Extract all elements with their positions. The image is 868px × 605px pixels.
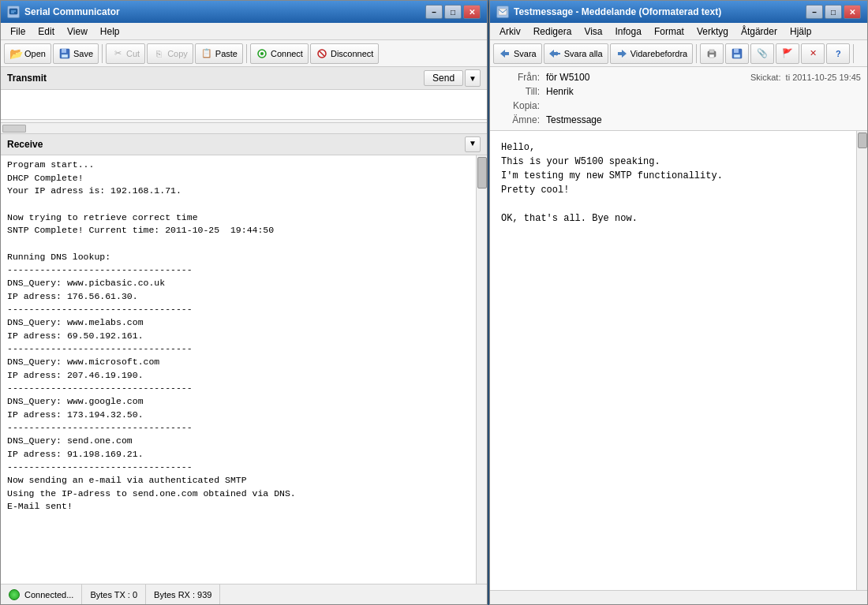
email-menu-infoga[interactable]: Infoga bbox=[609, 24, 648, 39]
send-btn-container: Send ▼ bbox=[424, 69, 481, 87]
maximize-button[interactable]: □ bbox=[444, 5, 462, 19]
receive-dropdown-button[interactable]: ▼ bbox=[465, 136, 481, 152]
email-menu-redigera[interactable]: Redigera bbox=[527, 24, 578, 39]
sent-label: Skickat: ti 2011-10-25 19:45 bbox=[750, 73, 861, 82]
subject-label: Ämne: bbox=[496, 114, 540, 125]
attachment-icon: 📎 bbox=[756, 47, 769, 60]
receive-section: Receive ▼ Program start... DHCP Complete… bbox=[1, 134, 487, 584]
transmit-scrollbar-horizontal[interactable] bbox=[1, 122, 487, 133]
open-icon: 📂 bbox=[9, 47, 22, 60]
svg-rect-20 bbox=[734, 54, 740, 58]
menu-edit[interactable]: Edit bbox=[32, 24, 61, 39]
email-scrollbar[interactable] bbox=[856, 131, 867, 590]
email-window: Testmessage - Meddelande (Oformaterad te… bbox=[489, 0, 868, 605]
paste-button[interactable]: 📋 Paste bbox=[195, 43, 243, 64]
help-icon: ? bbox=[832, 47, 844, 60]
svara-alla-button[interactable]: Svara alla bbox=[544, 43, 608, 64]
save-button[interactable]: Save bbox=[53, 43, 99, 64]
email-menu-bar: Arkiv Redigera Visa Infoga Format Verkty… bbox=[490, 23, 867, 40]
title-bar-controls: – □ ✕ bbox=[425, 5, 481, 19]
svg-rect-16 bbox=[709, 50, 714, 53]
transmit-input[interactable] bbox=[1, 90, 487, 120]
disconnect-icon bbox=[316, 47, 328, 60]
to-value: Henrik bbox=[546, 86, 574, 97]
svg-point-7 bbox=[260, 52, 264, 55]
from-label: Från: bbox=[496, 72, 540, 83]
menu-view[interactable]: View bbox=[61, 24, 94, 39]
transmit-section: Transmit Send ▼ bbox=[1, 67, 487, 134]
svg-rect-19 bbox=[734, 49, 739, 53]
svg-rect-5 bbox=[62, 54, 68, 58]
serial-menu-bar: File Edit View Help bbox=[1, 23, 487, 40]
subject-value: Testmessage bbox=[546, 114, 602, 125]
disconnect-button[interactable]: Disconnect bbox=[310, 43, 379, 64]
copy-button[interactable]: ⎘ Copy bbox=[147, 43, 193, 64]
email-toolbar-sep bbox=[696, 44, 697, 63]
status-bar: Connected... Bytes TX : 0 Bytes RX : 939 bbox=[1, 584, 487, 604]
status-bytes-rx: Bytes RX : 939 bbox=[146, 584, 220, 604]
minimize-button[interactable]: – bbox=[425, 5, 443, 19]
svg-rect-10 bbox=[499, 9, 507, 15]
email-menu-visa[interactable]: Visa bbox=[578, 24, 608, 39]
flag-icon: 🚩 bbox=[781, 47, 794, 60]
email-menu-atgarder[interactable]: Åtgärder bbox=[735, 24, 784, 39]
email-menu-arkiv[interactable]: Arkiv bbox=[493, 24, 527, 39]
help-email-button[interactable]: ? bbox=[826, 43, 850, 64]
subject-row: Ämne: Testmessage bbox=[496, 113, 861, 127]
svg-line-9 bbox=[320, 51, 324, 56]
connected-icon bbox=[9, 589, 20, 600]
cut-button[interactable]: ✂ Cut bbox=[106, 43, 145, 64]
save-email-button[interactable] bbox=[725, 43, 749, 64]
svara-button[interactable]: Svara bbox=[493, 43, 542, 64]
transmit-label: Transmit bbox=[7, 73, 47, 84]
paste-icon: 📋 bbox=[200, 47, 213, 60]
toolbar-separator-2 bbox=[246, 44, 247, 63]
receive-header: Receive ▼ bbox=[1, 134, 487, 155]
serial-communicator-window: Serial Communicator – □ ✕ File Edit View… bbox=[0, 0, 488, 605]
attachment-button[interactable]: 📎 bbox=[750, 43, 774, 64]
email-menu-format[interactable]: Format bbox=[648, 24, 690, 39]
svg-rect-17 bbox=[709, 54, 714, 58]
svara-alla-icon bbox=[549, 47, 562, 60]
status-connected: Connected... bbox=[1, 584, 82, 604]
email-toolbar-sep2 bbox=[853, 44, 854, 63]
email-menu-hjalp[interactable]: Hjälp bbox=[784, 24, 817, 39]
serial-title-bar: Serial Communicator – □ ✕ bbox=[1, 1, 487, 23]
email-maximize-button[interactable]: □ bbox=[825, 5, 842, 19]
connect-icon bbox=[256, 47, 268, 60]
save-icon bbox=[58, 47, 71, 60]
print-button[interactable] bbox=[700, 43, 724, 64]
cc-label: Kopia: bbox=[496, 100, 540, 111]
send-button[interactable]: Send bbox=[424, 70, 463, 86]
svara-icon bbox=[499, 47, 511, 60]
serial-window-title: Serial Communicator bbox=[24, 6, 120, 17]
receive-label: Receive bbox=[7, 139, 43, 150]
email-menu-verktyg[interactable]: Verktyg bbox=[690, 24, 735, 39]
svg-marker-14 bbox=[618, 50, 627, 58]
send-dropdown-button[interactable]: ▼ bbox=[465, 69, 481, 87]
connect-button[interactable]: Connect bbox=[250, 43, 309, 64]
email-title-bar: Testmessage - Meddelande (Oformaterad te… bbox=[490, 1, 867, 23]
delete-email-button[interactable]: ✕ bbox=[801, 43, 825, 64]
email-window-title: Testmessage - Meddelande (Oformaterad te… bbox=[514, 6, 721, 17]
open-button[interactable]: 📂 Open bbox=[4, 43, 51, 64]
email-title-left: Testmessage - Meddelande (Oformaterad te… bbox=[496, 6, 721, 18]
email-close-button[interactable]: ✕ bbox=[844, 5, 861, 19]
receive-text: Program start... DHCP Complete! Your IP … bbox=[1, 155, 487, 517]
receive-scrollbar[interactable] bbox=[476, 155, 487, 584]
email-minimize-button[interactable]: – bbox=[806, 5, 823, 19]
menu-help[interactable]: Help bbox=[94, 24, 126, 39]
email-body: Hello, This is your W5100 speaking. I'm … bbox=[490, 131, 867, 590]
to-label: Till: bbox=[496, 86, 540, 97]
receive-content: Program start... DHCP Complete! Your IP … bbox=[1, 155, 487, 584]
email-bottom-bar bbox=[490, 590, 867, 604]
menu-file[interactable]: File bbox=[4, 24, 32, 39]
serial-toolbar: 📂 Open Save ✂ Cut ⎘ Copy 📋 Paste bbox=[1, 40, 487, 67]
transmit-header: Transmit Send ▼ bbox=[1, 67, 487, 90]
close-button[interactable]: ✕ bbox=[463, 5, 481, 19]
flag-button[interactable]: 🚩 bbox=[776, 43, 799, 64]
email-app-icon bbox=[496, 6, 509, 18]
svg-marker-13 bbox=[555, 51, 560, 56]
vidarebefordra-button[interactable]: Vidarebefordra bbox=[610, 43, 694, 64]
copy-icon: ⎘ bbox=[152, 47, 165, 60]
